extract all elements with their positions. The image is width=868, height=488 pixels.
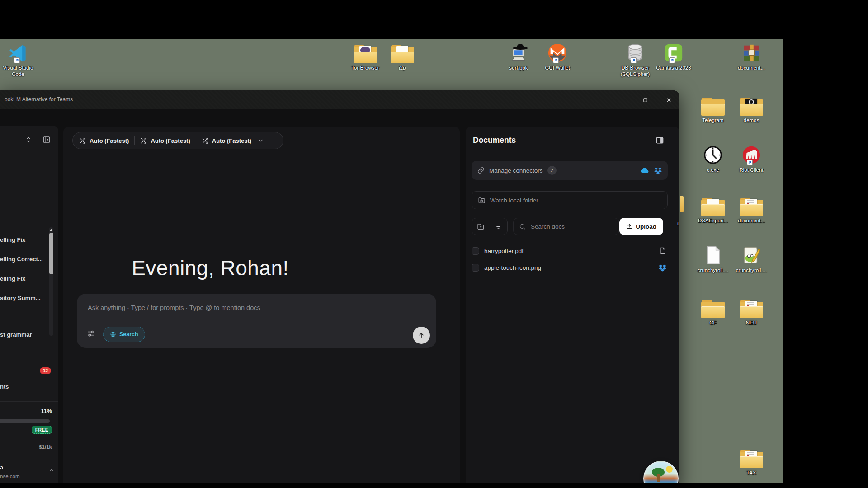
folder-icon: [740, 194, 763, 216]
desktop-icon-neu[interactable]: NEU: [732, 296, 770, 326]
desktop-icon-label: Camtasia 2023: [656, 65, 691, 71]
arrow-up-icon: [417, 331, 425, 339]
model-selector-bar: Auto (Fastest) Auto (Fastest) Auto (Fast…: [72, 132, 283, 149]
desktop-icon-tor-browser[interactable]: Tor Browser: [346, 42, 384, 71]
model-selector-1[interactable]: Auto (Fastest): [79, 137, 129, 144]
scroll-up-arrow-icon: [50, 229, 52, 231]
tune-icon[interactable]: [87, 329, 95, 338]
chevron-up-icon: [48, 467, 55, 474]
greeting: Evening, Rohan!: [81, 256, 339, 280]
chat-history-item[interactable]: st grammar: [0, 331, 32, 338]
desktop-icon-label: Visual Studio Code: [0, 65, 37, 78]
connector-count-badge: 2: [547, 166, 557, 175]
docs-search-field: [513, 218, 619, 235]
desktop-icon-tax[interactable]: TAX: [732, 446, 770, 476]
close-button[interactable]: [658, 90, 679, 109]
chat-history-item[interactable]: elling Fix: [0, 236, 25, 243]
collapse-panel-icon[interactable]: [656, 136, 664, 145]
model-selector-3[interactable]: Auto (Fastest): [202, 137, 264, 144]
search-icon: [519, 223, 526, 230]
putty-icon: [508, 42, 529, 63]
partial-desktop-icon[interactable]: [680, 196, 684, 212]
notepad-icon: [741, 244, 762, 266]
file-row[interactable]: apple-touch-icon.png: [470, 260, 668, 275]
upload-label: Upload: [636, 223, 656, 230]
desktop-icon-label: GUI Wallet: [545, 65, 570, 71]
desktop-icon-db-browser[interactable]: DB Browser (SQLCipher): [616, 42, 654, 78]
desktop-icon-i2p[interactable]: i2p: [383, 42, 421, 71]
sidebar-nav-item[interactable]: nts: [0, 383, 9, 390]
manage-connectors-label: Manage connectors: [489, 167, 543, 174]
upload-button[interactable]: Upload: [619, 218, 663, 235]
filter-button[interactable]: [490, 218, 508, 235]
desktop-icon-label: demos: [744, 117, 760, 123]
web-search-toggle[interactable]: Search: [103, 327, 145, 342]
desktop-icon-document-folder[interactable]: document...: [732, 194, 770, 224]
winrar-icon: [741, 42, 762, 63]
folder-icon: [740, 296, 763, 318]
model-label: Auto (Fastest): [90, 137, 129, 144]
screen: Visual Studio Code Tor Browser i2p surf.…: [0, 0, 868, 488]
desktop-icon-gui-wallet[interactable]: GUI Wallet: [538, 42, 576, 71]
prompt-input[interactable]: [87, 304, 376, 312]
desktop-icon-surf-ppk[interactable]: surf.ppk: [500, 42, 538, 71]
desktop-icon-label: c.exe: [707, 167, 719, 173]
desktop-icon-vscode[interactable]: Visual Studio Code: [0, 42, 37, 78]
file-icon: [703, 244, 723, 266]
usage-progress-bar: [0, 419, 50, 423]
desktop-icon-label: DSAExperi...: [698, 217, 728, 224]
price-label: $1/1k: [39, 444, 52, 450]
desktop-icon-crunchyroll-notepad[interactable]: crunchyroll....: [732, 244, 770, 273]
file-name: harrypotter.pdf: [484, 248, 524, 254]
model-selector-2[interactable]: Auto (Fastest): [140, 137, 190, 144]
file-checkbox[interactable]: [472, 264, 479, 272]
desktop-icon-telegram[interactable]: Telegram: [694, 94, 732, 123]
window-titlebar[interactable]: ookLM Alternative for Teams: [0, 90, 679, 109]
desktop-icon-cf[interactable]: CF: [694, 296, 732, 326]
watch-local-folder-button[interactable]: Watch local folder: [472, 191, 668, 209]
manage-connectors-button[interactable]: Manage connectors 2: [472, 161, 668, 180]
monero-icon: [547, 42, 568, 63]
chat-history-item[interactable]: sitory Summ...: [0, 295, 41, 301]
collapse-sidebar-icon[interactable]: [42, 136, 51, 144]
scrollbar-thumb[interactable]: [49, 233, 53, 274]
shortcut-arrow-icon: [553, 57, 559, 63]
desktop-icon-riot-client[interactable]: Riot Client: [732, 144, 770, 173]
folder-icon: [701, 94, 725, 116]
desktop-icon-camtasia[interactable]: Camtasia 2023: [655, 42, 693, 71]
folder-icon: [354, 42, 377, 63]
desktop-icon-dsaexperi[interactable]: DSAExperi...: [694, 194, 732, 224]
letterbox-bottom: [0, 483, 868, 488]
desktop-icon-c-exe[interactable]: c.exe: [694, 144, 732, 173]
docs-search-input[interactable]: [530, 223, 613, 230]
maximize-button[interactable]: [635, 90, 656, 109]
sidebar-scrollbar[interactable]: [49, 227, 53, 336]
search-toggle-label: Search: [119, 331, 138, 338]
desktop-icon-crunchyroll-file[interactable]: crunchyroll....: [694, 244, 732, 273]
shuffle-icon: [202, 137, 208, 144]
riot-icon: [741, 144, 762, 165]
desktop-icon-demos[interactable]: demos: [732, 94, 770, 123]
window-title: ookLM Alternative for Teams: [5, 96, 73, 103]
desktop-icon-label: NEU: [746, 319, 757, 326]
send-button[interactable]: [413, 327, 430, 344]
chat-history-item[interactable]: elling Correct...: [0, 256, 43, 263]
file-row[interactable]: harrypotter.pdf: [470, 243, 668, 258]
sort-icon[interactable]: [24, 136, 33, 144]
shortcut-arrow-icon: [747, 160, 753, 165]
docs-toolbar-group: [472, 218, 508, 235]
desktop-icon-label: document...: [738, 65, 765, 71]
chevron-down-icon: [258, 137, 264, 144]
file-checkbox[interactable]: [472, 247, 479, 255]
chat-panel: Auto (Fastest) Auto (Fastest) Auto (Fast…: [63, 127, 460, 488]
desktop-icon-document-rar[interactable]: document...: [732, 42, 770, 71]
database-icon: [625, 42, 646, 63]
minimize-button[interactable]: [611, 90, 632, 109]
shortcut-arrow-icon: [14, 57, 20, 63]
file-name: apple-touch-icon.png: [484, 264, 541, 271]
desktop-icon-label: Tor Browser: [351, 65, 379, 71]
model-label: Auto (Fastest): [151, 137, 190, 144]
link-icon: [477, 167, 485, 174]
new-folder-button[interactable]: [472, 218, 490, 235]
chat-history-item[interactable]: elling Fix: [0, 275, 25, 282]
